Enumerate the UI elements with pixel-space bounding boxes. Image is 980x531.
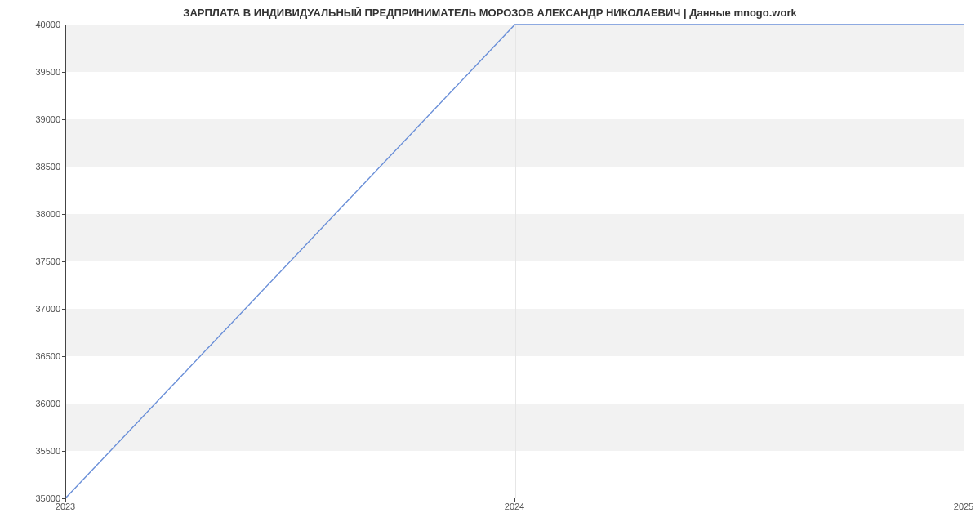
x-tick-mark bbox=[964, 498, 964, 502]
y-tick-mark bbox=[62, 167, 65, 167]
y-tick-mark bbox=[62, 214, 65, 215]
y-tick-mark bbox=[62, 72, 65, 73]
plot-area bbox=[65, 25, 964, 498]
y-tick-mark bbox=[62, 261, 65, 262]
y-tick-mark bbox=[62, 356, 65, 357]
x-tick-label: 2023 bbox=[56, 502, 75, 511]
x-tick-mark bbox=[514, 498, 515, 502]
y-tick-mark bbox=[62, 309, 65, 310]
y-tick-label: 37500 bbox=[11, 257, 60, 266]
y-tick-label: 38500 bbox=[11, 162, 60, 172]
y-tick-mark bbox=[62, 119, 65, 120]
y-tick-label: 38000 bbox=[11, 209, 60, 219]
y-tick-label: 39500 bbox=[11, 67, 60, 77]
y-tick-mark bbox=[62, 25, 65, 25]
y-tick-mark bbox=[62, 404, 65, 404]
chart-title: ЗАРПЛАТА В ИНДИВИДУАЛЬНЫЙ ПРЕДПРИНИМАТЕЛ… bbox=[0, 7, 980, 19]
x-tick-label: 2024 bbox=[505, 502, 524, 511]
series-line bbox=[66, 25, 964, 498]
y-tick-label: 35500 bbox=[11, 446, 60, 456]
y-tick-label: 36000 bbox=[11, 399, 60, 408]
x-tick-mark bbox=[65, 498, 66, 502]
line-layer bbox=[66, 25, 964, 498]
y-tick-mark bbox=[62, 451, 65, 452]
x-tick-label: 2025 bbox=[954, 502, 973, 511]
y-tick-label: 37000 bbox=[11, 304, 60, 314]
y-tick-label: 36500 bbox=[11, 351, 60, 361]
y-tick-label: 40000 bbox=[11, 20, 60, 29]
y-tick-label: 35000 bbox=[11, 493, 60, 503]
chart-container: ЗАРПЛАТА В ИНДИВИДУАЛЬНЫЙ ПРЕДПРИНИМАТЕЛ… bbox=[0, 0, 980, 531]
y-tick-label: 39000 bbox=[11, 114, 60, 124]
